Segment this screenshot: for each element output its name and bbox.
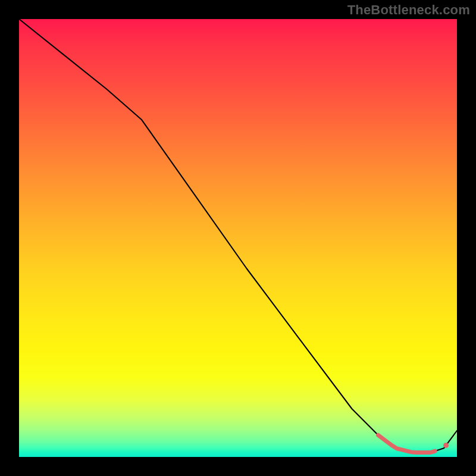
bottleneck-curve — [19, 19, 457, 453]
plot-area — [19, 19, 457, 457]
curve-svg — [19, 19, 457, 457]
chart-stage: TheBottleneck.com — [0, 0, 476, 476]
valley-rise-dot — [443, 443, 449, 448]
valley-flat-marker — [378, 435, 436, 452]
watermark-text: TheBottleneck.com — [347, 2, 470, 18]
